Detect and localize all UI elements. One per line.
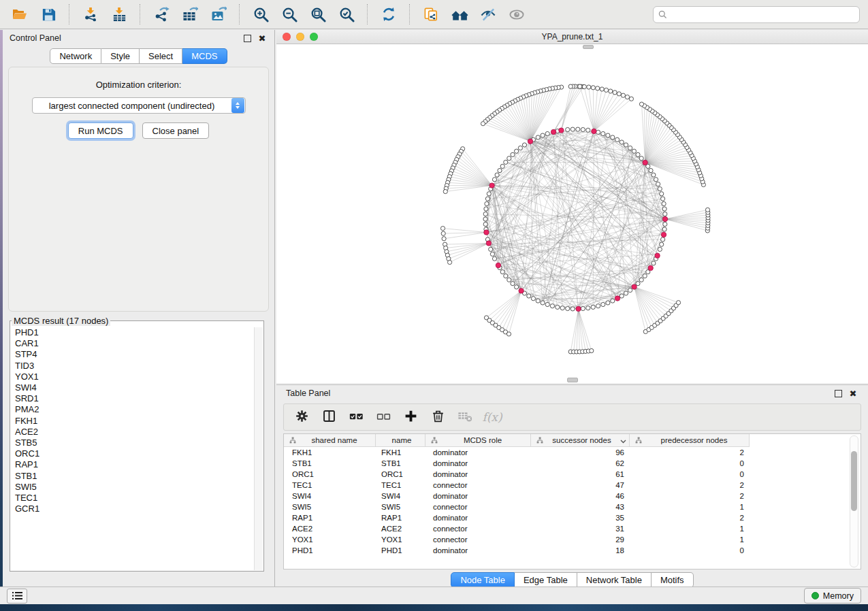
table-row[interactable]: FKH1FKH1dominator962 [284,447,861,458]
delete-column-button[interactable] [427,407,449,427]
float-panel-button[interactable] [242,33,253,44]
mcds-result-item[interactable]: STB1 [15,471,254,482]
add-column-button[interactable] [400,407,421,427]
criterion-dropdown[interactable]: largest connected component (undirected) [32,97,246,114]
mcds-result-item[interactable]: PHD1 [15,327,254,338]
first-neighbors-button[interactable] [447,3,472,26]
zoom-fit-button[interactable] [306,3,330,26]
close-panel-button[interactable]: ✖ [257,33,268,44]
table-row[interactable]: SWI4SWI4dominator462 [284,491,861,501]
save-session-button[interactable] [36,3,61,26]
mcds-result-item[interactable]: STP4 [15,349,254,360]
memory-button[interactable]: Memory [804,588,861,604]
criterion-label: Optimization criterion: [9,80,268,90]
result-scrollbar[interactable] [254,327,263,570]
column-header-label: name [381,436,422,444]
export-image-button[interactable] [206,3,231,26]
tab-mcds[interactable]: MCDS [182,48,227,64]
toolbar-separator [239,4,240,24]
mcds-result-item[interactable]: SWI5 [15,482,254,493]
cell-successors: 61 [531,470,630,478]
close-panel-action-button[interactable]: Close panel [142,122,210,139]
mcds-result-item[interactable]: TID3 [15,361,254,371]
mcds-result-item[interactable]: FKH1 [15,416,254,427]
close-table-panel-button[interactable]: ✖ [848,388,858,399]
mcds-result-item[interactable]: TEC1 [15,493,254,503]
cell-predecessors: 2 [630,481,750,489]
column-header-shared-name[interactable]: shared name [284,434,376,446]
table-row[interactable]: ORC1ORC1dominator610 [284,469,861,480]
zoom-out-button[interactable] [277,3,302,26]
tab-style[interactable]: Style [101,48,140,64]
network-canvas[interactable] [276,44,868,383]
table-row[interactable]: STB1STB1dominator620 [284,458,861,469]
table-row[interactable]: RAP1RAP1dominator352 [284,512,861,523]
tab-network[interactable]: Network [50,48,101,64]
mcds-result-list[interactable]: PHD1CAR1STP4TID3YOX1SWI4SRD1PMA2FKH1ACE2… [10,327,254,571]
cell-predecessors: 2 [630,448,750,457]
clone-network-button[interactable] [419,3,443,26]
export-table-button[interactable] [178,3,202,26]
splitter-grip[interactable] [567,378,578,382]
zoom-selected-button[interactable] [334,3,359,26]
table-row[interactable]: SWI5SWI5connector431 [284,501,861,512]
zoom-selected-icon [339,7,355,22]
table-panel-titlebar: Table Panel ✖ [276,385,868,401]
table-row[interactable]: YOX1YOX1connector291 [284,534,861,545]
column-header-name[interactable]: name [376,434,425,446]
table-scrollbar[interactable] [850,435,858,567]
search-input[interactable] [671,9,854,20]
mcds-result-item[interactable]: ACE2 [15,427,254,437]
cell-predecessors: 0 [630,459,750,467]
mcds-result-item[interactable]: SRD1 [15,393,254,404]
float-table-panel-button[interactable] [833,388,843,399]
mcds-result-title: MCDS result (17 nodes) [12,316,110,326]
search-box[interactable] [653,6,860,23]
show-all-button[interactable] [504,3,529,26]
hide-selected-button[interactable] [476,3,500,26]
column-header-MCDS-role[interactable]: MCDS role [425,434,531,446]
open-folder-button[interactable] [7,3,32,26]
export-table-icon [182,6,198,22]
mcds-result-item[interactable]: SWI4 [15,382,254,393]
column-type-icon [635,434,642,446]
table-tab-network-table[interactable]: Network Table [577,572,652,588]
select-all-columns-icon [348,409,365,426]
select-all-columns-button[interactable] [345,407,367,427]
table-row[interactable]: ACE2ACE2connector311 [284,523,861,534]
table-scrollbar-thumb[interactable] [851,451,857,511]
zoom-in-button[interactable] [248,3,273,26]
tab-select[interactable]: Select [140,48,182,64]
gear-button[interactable] [291,407,312,427]
mcds-result-item[interactable]: GCR1 [15,503,254,514]
mcds-result-item[interactable]: STB5 [15,437,254,448]
run-mcds-button[interactable]: Run MCDS [68,122,133,139]
splitter-grip-top[interactable] [583,45,594,49]
table-tab-edge-table[interactable]: Edge Table [515,572,577,588]
column-header-predecessor-nodes[interactable]: predecessor nodes [630,434,750,446]
import-table-button[interactable] [107,3,131,26]
unselect-columns-button[interactable] [372,407,394,427]
table-tab-motifs[interactable]: Motifs [652,572,694,588]
network-graph[interactable] [276,44,868,383]
toolbar-separator [409,4,411,24]
cell-shared_name: ACE2 [284,525,376,533]
column-header-successor-nodes[interactable]: successor nodes [531,434,630,446]
split-view-button[interactable] [318,407,340,427]
cell-name: TEC1 [376,481,425,489]
table-tab-node-table[interactable]: Node Table [451,572,515,588]
cell-shared_name: RAP1 [284,514,376,522]
mcds-result-item[interactable]: CAR1 [15,338,254,349]
task-history-button[interactable] [7,589,27,604]
node-table[interactable]: shared namenameMCDS rolesuccessor nodesp… [283,433,861,569]
table-row[interactable]: PHD1PHD1dominator180 [284,545,861,556]
mcds-result-item[interactable]: RAP1 [15,459,254,470]
close-icon: ✖ [850,389,857,398]
mcds-result-item[interactable]: PMA2 [15,404,254,415]
export-network-button[interactable] [149,3,174,26]
mcds-result-item[interactable]: ORC1 [15,448,254,459]
refresh-view-button[interactable] [376,3,401,26]
table-row[interactable]: TEC1TEC1connector472 [284,480,861,491]
mcds-result-item[interactable]: YOX1 [15,371,254,382]
import-network-button[interactable] [78,3,103,26]
